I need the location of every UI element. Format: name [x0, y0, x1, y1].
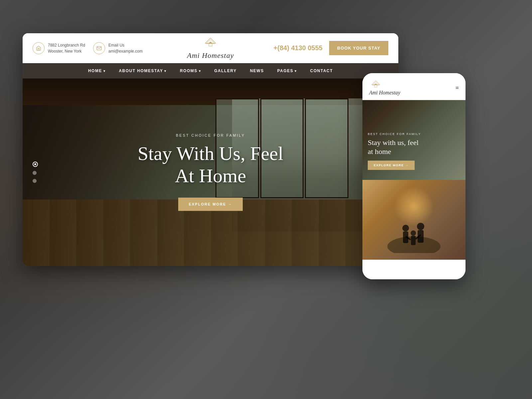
- chevron-down-icon: ▾: [103, 69, 106, 73]
- nav-gallery[interactable]: GALLERY: [207, 63, 243, 78]
- svg-rect-16: [411, 236, 416, 245]
- mobile-bottom: [362, 260, 466, 279]
- hero-content: BEST CHOICE FOR FAMILY Stay with us, fee…: [138, 133, 283, 211]
- mobile-logo-text[interactable]: Ami Homestay: [369, 90, 400, 96]
- nav-pages[interactable]: PAGES ▾: [271, 63, 304, 78]
- nav-home[interactable]: HOME ▾: [81, 63, 112, 78]
- phone-number: +(84) 4130 0555: [274, 44, 323, 52]
- svg-point-12: [417, 223, 424, 230]
- svg-point-15: [411, 230, 416, 236]
- mobile-image-section: [362, 180, 466, 260]
- mobile-header: Ami Homestay ≡: [362, 73, 466, 100]
- nav-about[interactable]: ABOUT HOMESTAY ▾: [112, 63, 173, 78]
- address-item: 7882 Longbranch Rd Wooster, New York: [33, 42, 85, 54]
- nav-news[interactable]: NEWS: [243, 63, 271, 78]
- mobile-explore-button[interactable]: EXPLORE MORE →: [368, 161, 415, 170]
- email-text: Email Us ami@example.com: [108, 42, 143, 54]
- email-item: Email Us ami@example.com: [93, 42, 143, 54]
- header-right: +(84) 4130 0555 BOOK YOUR STAY: [270, 41, 388, 55]
- desktop-mockup: 7882 Longbranch Rd Wooster, New York Ema…: [23, 33, 398, 266]
- logo-center: Ami Homestay: [151, 37, 270, 60]
- top-bar: 7882 Longbranch Rd Wooster, New York Ema…: [23, 33, 398, 63]
- chevron-down-icon: ▾: [199, 69, 201, 73]
- chevron-down-icon: ▾: [164, 69, 167, 73]
- nav-rooms[interactable]: ROOMS ▾: [173, 63, 207, 78]
- nav-contact[interactable]: CONTACT: [304, 63, 339, 78]
- email-icon: [93, 42, 105, 54]
- hamburger-menu-icon[interactable]: ≡: [456, 84, 459, 91]
- mobile-logo-icon: [369, 80, 382, 90]
- svg-marker-7: [374, 83, 377, 85]
- slide-dot-2[interactable]: [33, 171, 37, 175]
- logo-svg-icon: [202, 37, 219, 50]
- slide-dot-3[interactable]: [33, 179, 37, 183]
- mobile-hero-subtitle: BEST CHOICE FOR FAMILY: [368, 132, 460, 136]
- contact-info: 7882 Longbranch Rd Wooster, New York Ema…: [33, 42, 151, 54]
- family-silhouette-svg: [387, 210, 441, 253]
- hero-section: BEST CHOICE FOR FAMILY Stay with us, fee…: [23, 78, 398, 266]
- slide-dot-1[interactable]: [33, 162, 38, 167]
- hero-title: Stay with us, feelat home: [138, 143, 283, 187]
- mobile-hero-content: BEST CHOICE FOR FAMILY Stay with us, fee…: [368, 132, 460, 170]
- mobile-logo: Ami Homestay: [369, 80, 400, 96]
- home-icon: [33, 42, 45, 54]
- mobile-mockup: Ami Homestay ≡ BEST CHOICE FOR FAMILY St…: [362, 73, 466, 279]
- address-text: 7882 Longbranch Rd Wooster, New York: [48, 42, 85, 54]
- mobile-hero-title: Stay with us, feelat home: [368, 138, 460, 156]
- hero-subtitle: BEST CHOICE FOR FAMILY: [138, 133, 283, 137]
- desktop-logo-text[interactable]: Ami Homestay: [187, 51, 234, 60]
- mobile-hero: BEST CHOICE FOR FAMILY Stay with us, fee…: [362, 100, 466, 180]
- nav-bar: HOME ▾ ABOUT HOMESTAY ▾ ROOMS ▾ GALLERY …: [23, 63, 398, 78]
- slide-indicators: [33, 162, 38, 183]
- chevron-down-icon: ▾: [295, 69, 297, 73]
- glass-panel-3: [305, 98, 348, 198]
- explore-more-button[interactable]: EXPLORE MORE →: [178, 198, 243, 211]
- book-stay-button[interactable]: BOOK YOUR STAY: [329, 41, 388, 55]
- svg-point-9: [402, 225, 409, 231]
- svg-marker-3: [208, 42, 213, 43]
